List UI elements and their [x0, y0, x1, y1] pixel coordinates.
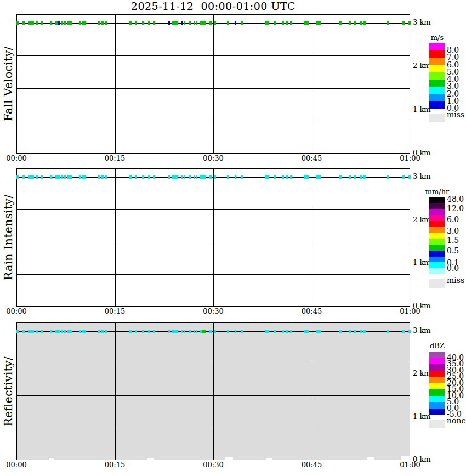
colorbar-segment	[429, 80, 445, 87]
echo-mark	[98, 21, 100, 25]
colorbar-segment	[429, 383, 445, 390]
y-axis-title-fall-velocity: Fall Velocity/	[2, 47, 15, 122]
echo-mark	[265, 175, 267, 179]
echo-mark	[189, 175, 191, 179]
colorbar-segment	[429, 43, 445, 50]
echo-mark	[50, 175, 52, 179]
colorbar-segment	[429, 58, 445, 65]
colorbar-segment	[429, 245, 445, 251]
colorbar-tick-label: 1.5	[447, 236, 459, 245]
echo-mark	[267, 21, 269, 25]
echo-mark	[354, 175, 356, 179]
echo-mark	[30, 21, 34, 25]
echo-mark	[339, 21, 342, 25]
time-tick-label: 00:15	[100, 461, 130, 469]
height-label: 3 km	[413, 327, 431, 335]
gridline-vertical	[115, 15, 116, 153]
colorbar-segment	[429, 87, 445, 94]
echo-mark	[241, 330, 243, 333]
echo-mark	[387, 175, 389, 179]
colorbar-tick-label: 0.0	[447, 264, 459, 273]
echo-mark	[354, 330, 356, 333]
echo-mark	[55, 21, 58, 25]
echo-mark	[282, 330, 284, 333]
echo-mark	[58, 21, 60, 25]
height-label: 1 km	[413, 106, 431, 114]
colorbar-missing-swatch	[429, 114, 445, 122]
echo-mark	[148, 175, 150, 179]
echo-mark	[168, 175, 170, 179]
echo-mark	[227, 330, 229, 333]
echo-mark	[267, 175, 269, 179]
time-tick-label: 00:15	[100, 155, 130, 162]
colorbar	[429, 352, 445, 415]
colorbar-segment	[429, 371, 445, 377]
echo-mark	[209, 21, 212, 25]
echo-mark	[227, 21, 229, 25]
echo-mark	[349, 330, 351, 333]
echo-mark	[148, 330, 150, 333]
echo-mark	[64, 21, 66, 25]
echo-mark	[402, 21, 405, 25]
height-label: 2 km	[413, 216, 431, 224]
echo-mark	[339, 330, 342, 333]
mrr-quicklook-chart: 2025-11-12 00:00-01:00 UTC Fall Velocity…	[0, 0, 466, 476]
echo-mark	[142, 21, 144, 25]
echo-mark	[168, 330, 170, 333]
colorbar-tick-label: 48.0	[447, 195, 464, 203]
echo-mark	[282, 175, 284, 179]
time-tick-label: 00:30	[198, 308, 229, 315]
colorbar-segment	[429, 215, 445, 221]
echo-mark	[84, 21, 86, 25]
surface-gap-mark	[367, 457, 374, 460]
colorbar-segment	[429, 251, 445, 257]
echo-mark	[304, 21, 309, 25]
height-label: 1 km	[413, 413, 431, 421]
echo-mark	[36, 21, 38, 25]
colorbar-segment	[429, 409, 445, 415]
colorbar-missing-swatch	[429, 279, 445, 288]
colorbar-segment	[429, 364, 445, 371]
echo-mark	[135, 175, 137, 179]
echo-mark	[189, 21, 191, 25]
colorbar-tick-label: 12.0	[447, 205, 464, 213]
echo-mark	[286, 21, 288, 25]
gridline-vertical	[312, 323, 312, 460]
echo-mark	[349, 21, 351, 25]
echo-mark	[214, 21, 216, 25]
y-axis-title-reflectivity: Reflectivity/	[2, 356, 15, 427]
echo-mark	[82, 330, 84, 333]
echo-mark	[101, 21, 104, 25]
echo-mark	[408, 330, 411, 333]
colorbar-segment	[429, 221, 445, 227]
echo-mark	[153, 330, 155, 333]
echo-mark	[50, 21, 52, 25]
echo-mark	[408, 175, 411, 179]
echo-mark	[22, 330, 25, 333]
echo-mark	[153, 175, 155, 179]
echo-mark	[67, 175, 72, 179]
echo-mark	[316, 330, 321, 333]
time-tick-label: 01:00	[395, 308, 425, 315]
time-tick-label: 00:00	[1, 461, 32, 469]
echo-mark	[84, 330, 86, 333]
echo-mark	[64, 175, 66, 179]
colorbar-segment	[429, 233, 445, 239]
echo-mark	[67, 21, 72, 25]
gridline-vertical	[115, 323, 116, 460]
echo-mark	[286, 330, 288, 333]
echo-mark	[41, 175, 43, 179]
echo-mark	[79, 175, 81, 179]
colorbar-segment	[429, 352, 445, 358]
echo-mark	[184, 330, 185, 333]
echo-mark	[387, 21, 389, 25]
echo-mark	[363, 21, 366, 25]
echo-mark	[28, 330, 30, 333]
echo-mark	[214, 175, 216, 179]
echo-mark	[181, 175, 183, 179]
echo-mark	[196, 330, 197, 333]
echo-mark	[316, 21, 321, 25]
echo-mark	[135, 330, 137, 333]
echo-mark	[30, 175, 34, 179]
echo-mark	[36, 330, 38, 333]
